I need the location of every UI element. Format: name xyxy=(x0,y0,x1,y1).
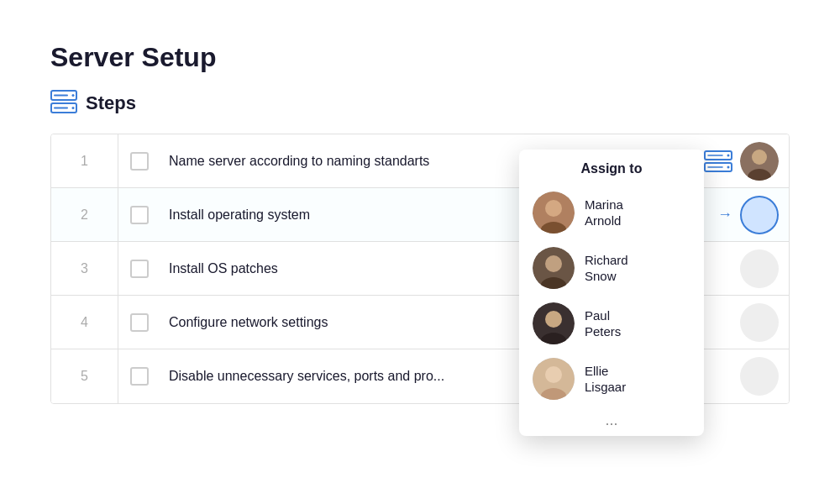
svg-point-15 xyxy=(753,150,766,164)
page-title: Server Setup xyxy=(50,42,790,73)
step-number-1: 1 xyxy=(51,134,118,187)
step-actions-1 xyxy=(703,142,789,181)
svg-point-9 xyxy=(727,165,730,168)
arrow-connector-2: → xyxy=(717,206,733,223)
step-checkbox-area-2 xyxy=(118,206,160,224)
assign-item-ellie[interactable]: EllieLisgaar xyxy=(519,351,704,407)
step-number-5: 5 xyxy=(51,349,118,403)
assign-more[interactable]: ... xyxy=(519,407,704,429)
assign-name-ellie: EllieLisgaar xyxy=(585,363,626,396)
svg-point-26 xyxy=(545,366,562,383)
svg-point-2 xyxy=(72,94,75,97)
step-number-2: 2 xyxy=(51,188,118,241)
step-actions-2: → xyxy=(717,196,789,234)
page-container: Server Setup Steps 1 Name server accordi… xyxy=(0,0,840,446)
avatar-1[interactable] xyxy=(740,142,779,181)
step-checkbox-area-1 xyxy=(118,152,160,171)
assign-dropdown-title: Assign to xyxy=(519,150,704,185)
step-checkbox-2[interactable] xyxy=(130,206,149,224)
assign-avatar-richard xyxy=(533,247,575,289)
step-checkbox-area-4 xyxy=(118,313,160,332)
assign-item-richard[interactable]: RichardSnow xyxy=(519,240,704,296)
assign-dropdown: Assign to MarinaArnold RichardS xyxy=(519,150,704,436)
avatar-empty-selected-2[interactable] xyxy=(740,196,779,234)
step-number-4: 4 xyxy=(51,296,118,349)
step-number-3: 3 xyxy=(51,242,118,295)
assign-avatar-paul xyxy=(533,302,575,344)
assign-item-marina[interactable]: MarinaArnold xyxy=(519,185,704,240)
section-title: Steps xyxy=(86,92,136,114)
step-actions-4 xyxy=(740,303,789,342)
avatar-empty-3[interactable] xyxy=(740,249,779,288)
avatar-empty-5[interactable] xyxy=(740,357,779,396)
svg-point-20 xyxy=(545,255,562,272)
assign-name-paul: PaulPeters xyxy=(585,307,621,340)
svg-point-23 xyxy=(545,311,562,328)
assign-avatar-marina xyxy=(533,192,575,234)
step-checkbox-4[interactable] xyxy=(130,313,149,332)
server-icon-btn-1[interactable] xyxy=(703,146,733,176)
assign-name-richard: RichardSnow xyxy=(585,252,628,285)
step-checkbox-area-3 xyxy=(118,260,160,278)
step-checkbox-3[interactable] xyxy=(130,260,149,278)
svg-point-3 xyxy=(72,107,75,109)
step-checkbox-1[interactable] xyxy=(130,152,149,171)
assign-item-paul[interactable]: PaulPeters xyxy=(519,296,704,351)
assign-name-marina: MarinaArnold xyxy=(585,197,623,229)
step-actions-3 xyxy=(740,249,789,288)
step-checkbox-5[interactable] xyxy=(130,367,149,386)
server-icon xyxy=(50,90,77,117)
svg-point-8 xyxy=(727,154,730,156)
svg-point-17 xyxy=(545,200,562,217)
step-actions-5 xyxy=(740,357,789,396)
avatar-empty-4[interactable] xyxy=(740,303,779,342)
assign-avatar-ellie xyxy=(533,358,575,400)
section-header: Steps xyxy=(50,90,790,117)
step-checkbox-area-5 xyxy=(118,367,160,386)
